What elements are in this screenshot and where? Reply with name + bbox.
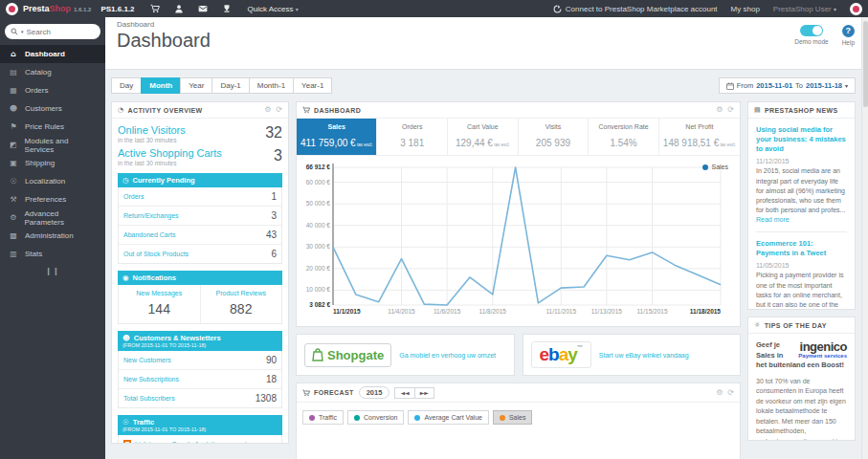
announcements-icon[interactable] bbox=[222, 4, 233, 14]
kpi-visits[interactable]: Visits205 939 bbox=[519, 119, 590, 155]
shopgate-logo: Shopgate bbox=[304, 343, 391, 367]
sidebar-item-advanced-parameters[interactable]: ⚙Advanced Parameters bbox=[0, 208, 105, 227]
prestashop-logo-icon bbox=[6, 3, 18, 15]
sidebar-item-localization[interactable]: ☉Localization bbox=[0, 172, 105, 190]
sidebar-item-customers[interactable]: ☻Customers bbox=[0, 99, 105, 118]
chart-legend[interactable]: Sales bbox=[702, 164, 728, 170]
panel-settings-icon[interactable]: ⚙ bbox=[716, 389, 723, 397]
quick-access-menu[interactable]: Quick Access ▾ bbox=[248, 5, 299, 13]
currently-pending-header: ◷Currently Pending bbox=[118, 173, 282, 187]
notification-new-messages[interactable]: New Messages144 bbox=[119, 285, 200, 323]
range-button-year[interactable]: Year bbox=[180, 77, 211, 94]
stat-row-return-exchanges[interactable]: Return/Exchanges3 bbox=[119, 207, 281, 226]
kpi-conversion-rate[interactable]: Conversion Rate1.54% bbox=[589, 119, 659, 155]
forecast-legend-sales[interactable]: Sales bbox=[493, 410, 533, 425]
sidebar-item-administration[interactable]: ▩Administration bbox=[0, 227, 105, 245]
panel-settings-icon[interactable]: ⚙ bbox=[716, 106, 723, 114]
panel-refresh-icon[interactable]: ⟳ bbox=[727, 106, 734, 114]
calendar-icon bbox=[726, 82, 734, 90]
sidebar-item-shipping[interactable]: ▣Shipping bbox=[0, 154, 105, 172]
kpi-sales[interactable]: Sales411 759,00 € tax excl. bbox=[297, 119, 377, 155]
forecast-panel: FORECAST 2015 ◄◄ ►► ⚙ ⟳ TrafficConversio… bbox=[296, 382, 741, 459]
scrollbar-thumb[interactable] bbox=[863, 21, 868, 107]
date-from: 2015-11-01 bbox=[756, 81, 792, 90]
svg-text:11/18/2015: 11/18/2015 bbox=[690, 308, 722, 315]
panel-refresh-icon[interactable]: ⟳ bbox=[727, 389, 734, 397]
sidebar-item-preferences[interactable]: ⚒Preferences bbox=[0, 190, 105, 208]
sidebar-collapse-button[interactable]: ❙❙ bbox=[0, 267, 105, 275]
stat-row-out-of-stock-products[interactable]: Out of Stock Products6 bbox=[119, 245, 281, 263]
sidebar-item-dashboard[interactable]: ⌂Dashboard bbox=[0, 45, 105, 63]
notification-product-reviews[interactable]: Product Reviews882 bbox=[200, 285, 282, 323]
page-scrollbar[interactable] bbox=[861, 17, 868, 459]
forecast-legend-conversion[interactable]: Conversion bbox=[347, 410, 404, 425]
news-article-title[interactable]: Using social media for your business: 4 … bbox=[756, 125, 847, 154]
sales-line-chart: 66 912 €60 000 €50 000 €40 000 €30 000 €… bbox=[299, 158, 730, 320]
sidebar-item-icon: ▦ bbox=[9, 86, 18, 95]
kpi-row: Sales411 759,00 € tax excl.Orders3 181Ca… bbox=[297, 119, 740, 156]
sidebar-menu: ⌂Dashboard▤Catalog▦Orders☻Customers⚑Pric… bbox=[0, 45, 105, 263]
date-range-picker-button[interactable]: From 2015-11-01 To 2015-11-18 ▾ bbox=[719, 77, 856, 94]
range-button-month-1[interactable]: Month-1 bbox=[249, 77, 293, 94]
employee-icon[interactable] bbox=[174, 4, 185, 14]
kpi-orders[interactable]: Orders3 181 bbox=[377, 119, 448, 155]
shopgate-module: Shopgate Ga mobiel en verhoog uw omzet bbox=[296, 334, 515, 376]
range-button-year-1[interactable]: Year-1 bbox=[293, 77, 332, 94]
svg-text:60 000 €: 60 000 € bbox=[306, 179, 331, 186]
sidebar-item-icon: ▤ bbox=[9, 68, 18, 76]
page-title: Dashboard bbox=[117, 30, 857, 52]
lightbulb-icon: ☼ bbox=[754, 321, 761, 329]
cart-icon[interactable] bbox=[150, 4, 161, 14]
kpi-net-profit[interactable]: Net Profit148 918,51 € tax excl. bbox=[659, 119, 740, 155]
sidebar-item-modules-and-services[interactable]: ◩Modules and Services bbox=[0, 136, 105, 154]
brand-wordmark: PrestaShop1.6.1.2 bbox=[23, 4, 91, 13]
google-analytics-link[interactable]: Link to your Google Analytics account bbox=[118, 435, 282, 444]
stat-row-abandoned-carts[interactable]: Abandoned Carts43 bbox=[119, 226, 281, 245]
page-header: Dashboard Dashboard Demo mode ? Help bbox=[105, 17, 868, 70]
forecast-next-button[interactable]: ►► bbox=[415, 387, 434, 399]
messages-icon[interactable] bbox=[198, 4, 209, 14]
range-button-month[interactable]: Month bbox=[141, 77, 180, 94]
news-article-title[interactable]: Ecommerce 101: Payments in a Tweet bbox=[756, 239, 847, 258]
kpi-cart-value[interactable]: Cart Value129,44 € tax excl. bbox=[448, 119, 519, 155]
user-menu[interactable]: PrestaShop User ▾ bbox=[773, 5, 836, 13]
stat-row-orders[interactable]: Orders1 bbox=[119, 187, 281, 207]
range-button-day-1[interactable]: Day-1 bbox=[211, 77, 248, 94]
my-shop-link[interactable]: My shop bbox=[731, 5, 760, 13]
range-button-day[interactable]: Day bbox=[111, 77, 141, 94]
svg-text:11/6/2015: 11/6/2015 bbox=[434, 308, 461, 315]
panel-settings-icon[interactable]: ⚙ bbox=[264, 106, 271, 114]
breadcrumb[interactable]: Dashboard bbox=[117, 20, 857, 29]
toggle-on-icon[interactable] bbox=[800, 25, 823, 36]
brand-version: 1.6.1.2 bbox=[74, 7, 91, 12]
help-icon: ? bbox=[842, 25, 855, 37]
demo-mode-toggle[interactable]: Demo mode bbox=[794, 25, 828, 45]
notifications-header: ◉Notifications bbox=[118, 271, 282, 285]
sidebar-item-price-rules[interactable]: ⚑Price Rules bbox=[0, 118, 105, 136]
sidebar-item-icon: ⚑ bbox=[9, 122, 18, 131]
globe-icon: ☉ bbox=[122, 418, 129, 426]
sidebar-item-orders[interactable]: ▦Orders bbox=[0, 81, 105, 99]
dashboard-toolbar: DayMonthYearDay-1Month-1Year-1 From 2015… bbox=[111, 77, 856, 94]
shopgate-bag-icon bbox=[312, 348, 323, 361]
forecast-legend-traffic[interactable]: Traffic bbox=[302, 410, 344, 425]
ebay-link[interactable]: Start uw eBay winkel vandaag bbox=[599, 352, 689, 359]
shopgate-link[interactable]: Ga mobiel en verhoog uw omzet bbox=[399, 352, 496, 359]
sidebar-search[interactable]: ▾ bbox=[5, 24, 100, 39]
user-avatar[interactable] bbox=[850, 3, 862, 15]
connect-marketplace-link[interactable]: Connect to PrestaShop Marketplace accoun… bbox=[553, 5, 718, 13]
stat-row-new-customers[interactable]: New Customers90 bbox=[119, 351, 281, 370]
svg-text:11/1/2015: 11/1/2015 bbox=[333, 308, 361, 315]
svg-text:30 000 €: 30 000 € bbox=[306, 243, 331, 250]
sidebar-item-catalog[interactable]: ▤Catalog bbox=[0, 63, 105, 81]
stat-row-new-subscriptions[interactable]: New Subscriptions18 bbox=[119, 370, 281, 389]
stat-row-total-subscribers[interactable]: Total Subscribers1308 bbox=[119, 389, 281, 407]
help-button[interactable]: ? Help bbox=[842, 25, 855, 46]
panel-refresh-icon[interactable]: ⟳ bbox=[276, 106, 282, 114]
forecast-prev-button[interactable]: ◄◄ bbox=[394, 387, 414, 399]
search-scope-caret-icon[interactable]: ▾ bbox=[21, 29, 24, 34]
forecast-legend-average-cart-value[interactable]: Average Cart Value bbox=[408, 410, 488, 425]
search-input[interactable] bbox=[27, 28, 95, 36]
read-more-link[interactable]: Read more bbox=[756, 216, 790, 223]
sidebar-item-stats[interactable]: ▥Stats bbox=[0, 245, 105, 263]
